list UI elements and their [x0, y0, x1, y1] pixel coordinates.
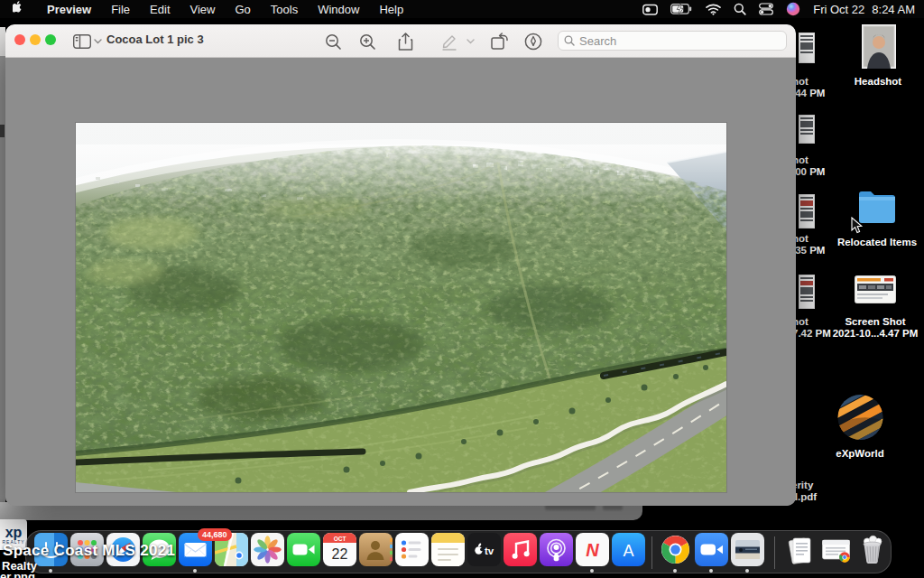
- menu-view[interactable]: View: [190, 3, 216, 16]
- desktop-icon-headshot[interactable]: [862, 24, 896, 72]
- preview-window: #win .tl{top:11px;} Cocoa Lot 1 pic 3: [5, 24, 796, 506]
- apple-menu[interactable]: [13, 1, 24, 17]
- dock-reminders[interactable]: [395, 533, 429, 566]
- menu-help[interactable]: Help: [379, 3, 403, 16]
- dock-appletv[interactable]: tv: [467, 533, 501, 566]
- menu-file[interactable]: File: [111, 3, 130, 16]
- background-window-notch: [0, 125, 5, 137]
- rotate-left-icon: [490, 33, 509, 51]
- dock-podcasts[interactable]: [540, 533, 573, 566]
- partial-screenshot-icon[interactable]: [799, 33, 815, 63]
- markup-dropdown-chevron[interactable]: [464, 32, 476, 51]
- menu-window[interactable]: Window: [318, 3, 359, 16]
- partial-screenshot-label: 7.42 PM: [792, 328, 831, 339]
- share-icon: [398, 33, 413, 51]
- dock-appstore[interactable]: A: [612, 533, 645, 566]
- dock-notes[interactable]: [431, 533, 465, 566]
- menu-bar: Preview File Edit View Go Tools Window H…: [0, 0, 924, 18]
- partial-screenshot-label: .44 PM: [792, 88, 825, 98]
- desktop-file-label-png: er.png: [0, 570, 35, 578]
- zoom-window-button[interactable]: [45, 34, 56, 45]
- partial-screenshot-label: .00 PM: [792, 166, 825, 177]
- dock-music[interactable]: [504, 533, 537, 566]
- running-indicator-chrome: [673, 569, 677, 573]
- spotlight-search-icon[interactable]: [734, 3, 746, 15]
- screenshot-file-label: 2021-10...4.47 PM: [833, 328, 919, 339]
- zoom-out-button[interactable]: [323, 32, 343, 51]
- running-indicator-news: [590, 569, 594, 573]
- screenshot-thumbnail: [855, 275, 896, 303]
- menu-edit[interactable]: Edit: [150, 3, 170, 16]
- sidebar-icon: [73, 34, 91, 49]
- close-button[interactable]: [14, 34, 25, 45]
- magnifier-plus-icon: [359, 33, 376, 51]
- dock-downloads-file[interactable]: [819, 533, 853, 566]
- wifi-icon[interactable]: [706, 4, 721, 15]
- dock-news[interactable]: N: [576, 533, 609, 566]
- news-letter: N: [586, 540, 599, 560]
- dock-documents-stack[interactable]: [783, 533, 817, 566]
- sidebar-toggle-button[interactable]: [72, 32, 92, 51]
- menu-bar-date: Fri Oct 22: [813, 3, 864, 16]
- menu-bar-clock[interactable]: Fri Oct 22 8:24 AM: [813, 3, 915, 16]
- tv-label: tv: [485, 545, 494, 556]
- dock-calendar[interactable]: OCT 22: [323, 533, 356, 566]
- markup-pencil-button[interactable]: [439, 32, 459, 51]
- appstore-letter: A: [623, 542, 633, 560]
- battery-icon[interactable]: [670, 3, 693, 15]
- dock-chrome[interactable]: [659, 533, 692, 566]
- relocated-items-label: Relocated Items: [837, 237, 917, 247]
- document-area: [5, 58, 796, 506]
- zoom-in-button[interactable]: [357, 32, 377, 51]
- search-field[interactable]: Search: [558, 31, 787, 51]
- headshot-photo: [862, 24, 896, 69]
- calendar-month: OCT: [334, 536, 346, 542]
- partial-screenshot-icon[interactable]: [799, 194, 815, 228]
- sidebar-dropdown-chevron[interactable]: [92, 32, 103, 51]
- menu-bar-time: 8:24 AM: [872, 3, 915, 16]
- running-indicator-finder: [49, 569, 52, 573]
- exp-logo-text: xp: [5, 526, 23, 539]
- desktop-icon-screenshot-file[interactable]: [855, 275, 896, 307]
- share-button[interactable]: [395, 32, 415, 51]
- magnifier-minus-icon: [325, 33, 342, 51]
- screen-mirroring-icon[interactable]: [642, 2, 658, 17]
- expworld-label: eXpWorld: [836, 448, 883, 459]
- menu-tools[interactable]: Tools: [271, 3, 298, 16]
- mail-unread-badge: 44,680: [198, 528, 232, 541]
- dock-zoom[interactable]: [695, 533, 728, 566]
- aerial-photo: [76, 123, 726, 492]
- screenshot-file-label: Screen Shot: [845, 316, 905, 327]
- dock-contacts[interactable]: [359, 533, 393, 566]
- pencil-icon: [440, 33, 458, 51]
- calendar-day: 22: [332, 546, 348, 562]
- dock-facetime[interactable]: [287, 533, 320, 566]
- expworld-globe-icon: [836, 392, 884, 443]
- window-title: Cocoa Lot 1 pic 3: [106, 33, 204, 46]
- chevron-down-icon: [94, 39, 102, 44]
- dock-screen-share-app[interactable]: [731, 533, 764, 566]
- search-placeholder: Search: [579, 34, 616, 48]
- headshot-label: Headshot: [855, 76, 901, 87]
- menu-preview[interactable]: Preview: [47, 3, 91, 16]
- partial-screenshot-label: .35 PM: [792, 245, 825, 256]
- desktop-file-label-space-coast: Space Coast MLS 2021: [3, 542, 175, 560]
- dock-trash[interactable]: [855, 533, 889, 566]
- mouse-cursor: [851, 217, 864, 234]
- markup-pen-circle-icon: [524, 33, 542, 51]
- control-center-icon[interactable]: [759, 3, 773, 15]
- dock-photos[interactable]: [251, 533, 284, 566]
- desktop-icon-expworld[interactable]: [836, 392, 884, 446]
- siri-icon[interactable]: [786, 2, 800, 16]
- markup-toolbar-button[interactable]: [523, 32, 543, 51]
- partial-screenshot-icon[interactable]: [799, 115, 815, 144]
- desktop: Preview File Edit View Go Tools Window H…: [0, 0, 924, 578]
- dock-divider: [774, 536, 775, 569]
- partial-screenshot-icon[interactable]: [799, 275, 815, 309]
- rotate-button[interactable]: [489, 32, 509, 51]
- search-icon: [564, 35, 575, 46]
- dock-divider: [651, 536, 652, 569]
- minimize-button[interactable]: [30, 34, 41, 45]
- menu-go[interactable]: Go: [235, 3, 250, 16]
- running-indicator-zoom: [709, 569, 713, 573]
